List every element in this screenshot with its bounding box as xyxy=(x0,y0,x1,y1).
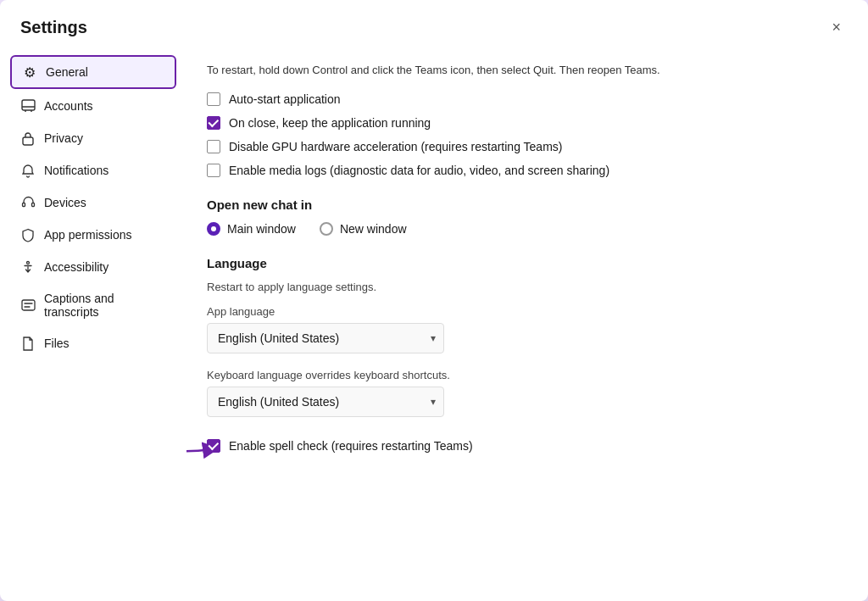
sidebar-item-captions[interactable]: Captions and transcripts xyxy=(10,284,176,326)
shield-icon xyxy=(20,227,36,242)
disable-gpu-label: Disable GPU hardware acceleration (requi… xyxy=(229,140,562,153)
close-button[interactable]: × xyxy=(825,15,848,40)
auto-start-row[interactable]: Auto-start application xyxy=(207,92,841,106)
dialog-body: ⚙ General Accounts Privacy xyxy=(0,48,868,601)
dialog-header: Settings × xyxy=(0,0,868,48)
restart-hint: To restart, hold down Control and click … xyxy=(207,62,841,79)
sidebar-item-label: Accessibility xyxy=(44,260,108,274)
lock-icon xyxy=(20,131,36,146)
sidebar-item-devices[interactable]: Devices xyxy=(10,187,176,218)
sidebar-item-general[interactable]: ⚙ General xyxy=(10,55,176,89)
media-logs-label: Enable media logs (diagnostic data for a… xyxy=(229,164,609,177)
sidebar-item-notifications[interactable]: Notifications xyxy=(10,155,176,186)
new-window-radio-row[interactable]: New window xyxy=(320,222,407,236)
sidebar-item-files[interactable]: Files xyxy=(10,328,176,359)
sidebar-item-label: Files xyxy=(44,337,70,350)
keyboard-note: Keyboard language overrides keyboard sho… xyxy=(207,369,841,381)
keyboard-language-select[interactable]: English (United States) xyxy=(207,387,444,417)
open-new-chat-section: Open new chat in Main window New window xyxy=(207,198,841,236)
gear-icon: ⚙ xyxy=(22,64,37,80)
sidebar-item-label: Captions and transcripts xyxy=(44,292,166,319)
main-window-radio-row[interactable]: Main window xyxy=(207,222,296,236)
sidebar-item-label: Privacy xyxy=(44,131,83,145)
spell-check-checkbox[interactable] xyxy=(207,439,220,453)
auto-start-checkbox[interactable] xyxy=(207,92,220,106)
sidebar-item-accounts[interactable]: Accounts xyxy=(10,91,176,121)
svg-rect-2 xyxy=(22,203,25,207)
accounts-icon xyxy=(20,98,36,114)
chat-radio-group: Main window New window xyxy=(207,222,841,236)
bell-icon xyxy=(20,163,36,178)
sidebar: ⚙ General Accounts Privacy xyxy=(0,48,186,601)
app-language-select-wrap: English (United States) ▾ xyxy=(207,323,444,353)
media-logs-checkbox[interactable] xyxy=(207,164,220,177)
keyboard-language-select-wrap: English (United States) ▾ xyxy=(207,387,444,417)
sidebar-item-label: Devices xyxy=(44,196,86,209)
language-title: Language xyxy=(207,256,841,270)
keep-running-row[interactable]: On close, keep the application running xyxy=(207,116,841,130)
keep-running-checkbox[interactable] xyxy=(207,116,220,130)
main-window-label: Main window xyxy=(227,222,296,236)
open-new-chat-title: Open new chat in xyxy=(207,198,841,212)
captions-icon xyxy=(20,298,36,313)
language-section: Language Restart to apply language setti… xyxy=(207,256,841,417)
main-content: To restart, hold down Control and click … xyxy=(186,48,868,601)
new-window-label: New window xyxy=(340,222,407,236)
checkbox-group: Auto-start application On close, keep th… xyxy=(207,92,841,177)
sidebar-item-label: Notifications xyxy=(44,164,108,177)
auto-start-label: Auto-start application xyxy=(229,92,341,106)
main-window-radio[interactable] xyxy=(207,222,220,236)
spell-check-container: Enable spell check (requires restarting … xyxy=(207,432,841,453)
disable-gpu-row[interactable]: Disable GPU hardware acceleration (requi… xyxy=(207,140,841,153)
svg-rect-1 xyxy=(23,137,33,145)
sidebar-item-label: General xyxy=(46,65,88,79)
svg-rect-0 xyxy=(22,100,35,110)
file-icon xyxy=(20,336,36,351)
sidebar-item-app-permissions[interactable]: App permissions xyxy=(10,220,176,250)
settings-dialog: Settings × ⚙ General Accounts Privacy xyxy=(0,0,868,601)
new-window-radio[interactable] xyxy=(320,222,333,236)
spell-check-label: Enable spell check (requires restarting … xyxy=(229,439,473,453)
headset-icon xyxy=(20,195,36,210)
dialog-title: Settings xyxy=(20,18,87,37)
sidebar-item-label: App permissions xyxy=(44,228,132,242)
language-note: Restart to apply language settings. xyxy=(207,281,841,293)
sidebar-item-accessibility[interactable]: Accessibility xyxy=(10,252,176,282)
disable-gpu-checkbox[interactable] xyxy=(207,140,220,153)
accessibility-icon xyxy=(20,259,36,275)
keep-running-label: On close, keep the application running xyxy=(229,116,431,130)
svg-rect-5 xyxy=(22,300,35,310)
sidebar-item-privacy[interactable]: Privacy xyxy=(10,123,176,153)
app-language-label: App language xyxy=(207,305,841,318)
svg-rect-3 xyxy=(31,203,34,207)
media-logs-row[interactable]: Enable media logs (diagnostic data for a… xyxy=(207,164,841,177)
spell-check-row[interactable]: Enable spell check (requires restarting … xyxy=(207,439,473,453)
svg-point-4 xyxy=(27,261,30,264)
sidebar-item-label: Accounts xyxy=(44,99,93,113)
app-language-select[interactable]: English (United States) xyxy=(207,323,444,353)
